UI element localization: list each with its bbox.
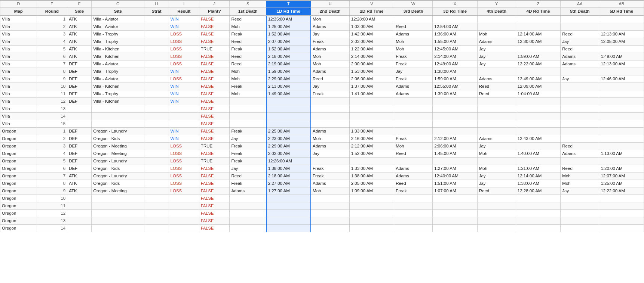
cell-r9-c9: Jay <box>311 83 349 90</box>
cell-r6-c6: FALSE <box>199 60 229 68</box>
cell-r2-c11: Adams <box>394 30 433 38</box>
cell-r7-c7: Moh <box>230 68 266 75</box>
table-row: Villa5ATKVilla - KitchenLOSSTRUEFreak1:5… <box>0 45 644 53</box>
cell-r28-c1: 14 <box>37 224 67 232</box>
cell-r19-c5: LOSS <box>169 157 199 165</box>
cell-r21-c0: Oregon <box>0 172 37 180</box>
cell-r5-c2: ATK <box>67 53 92 60</box>
cell-r4-c16 <box>599 45 644 53</box>
cell-r0-c12 <box>433 15 477 23</box>
cell-r23-c2: ATK <box>67 187 92 195</box>
cell-r24-c3 <box>92 195 144 202</box>
cell-r13-c15 <box>561 112 599 120</box>
cell-r28-c0: Oregon <box>0 224 37 232</box>
cell-r25-c9 <box>311 202 349 209</box>
cell-r16-c13: Adams <box>477 135 516 142</box>
cell-r11-c8 <box>266 97 311 105</box>
cell-r9-c2: DEF <box>67 83 92 90</box>
cell-r21-c2: ATK <box>67 172 92 180</box>
cell-r6-c9: Moh <box>311 60 349 68</box>
cell-r1-c2: ATK <box>67 23 92 30</box>
cell-r3-c12: 1:55:00 AM <box>433 38 477 45</box>
cell-r1-c9: Adams <box>311 23 349 30</box>
cell-r13-c2 <box>67 112 92 120</box>
col-letter-X: X <box>433 0 477 7</box>
cell-r22-c7: Freak <box>230 180 266 187</box>
col-letter-Y: Y <box>477 0 516 7</box>
cell-r18-c1: 4 <box>37 150 67 157</box>
cell-r2-c2: ATK <box>67 30 92 38</box>
cell-r14-c8 <box>266 120 311 127</box>
col-letter-W: W <box>394 0 433 7</box>
cell-r1-c3: Villa - Aviator <box>92 23 144 30</box>
cell-r22-c11: Reed <box>394 180 433 187</box>
cell-r24-c14 <box>516 195 560 202</box>
cell-r17-c4 <box>144 142 169 150</box>
cell-r17-c3: Oregon - Meeting <box>92 142 144 150</box>
cell-r25-c13 <box>477 202 516 209</box>
cell-r0-c2: ATK <box>67 15 92 23</box>
table-row: Villa10DEFVilla - KitchenWINFALSEFreak2:… <box>0 83 644 90</box>
cell-r17-c16 <box>599 142 644 150</box>
cell-r9-c1: 10 <box>37 83 67 90</box>
cell-r19-c4 <box>144 157 169 165</box>
cell-r12-c4 <box>144 105 169 112</box>
cell-r25-c8 <box>266 202 311 209</box>
cell-r26-c6: FALSE <box>199 209 229 217</box>
cell-r4-c9: Adams <box>311 45 349 53</box>
cell-r2-c10: 1:42:00 AM <box>349 30 394 38</box>
cell-r17-c13: Jay <box>477 142 516 150</box>
cell-r27-c15 <box>561 217 599 224</box>
cell-r8-c6: FALSE <box>199 75 229 83</box>
cell-r25-c7 <box>230 202 266 209</box>
cell-r26-c16 <box>599 209 644 217</box>
cell-r20-c16: 1:20:00 AM <box>599 165 644 172</box>
table-row: Villa9DEFVilla - AviatorLOSSFALSEMoh2:29… <box>0 75 644 83</box>
cell-r18-c8: 2:02:00 AM <box>266 150 311 157</box>
cell-r10-c16 <box>599 90 644 97</box>
cell-r7-c3: Villa - Trophy <box>92 68 144 75</box>
cell-r10-c3: Villa - Trophy <box>92 90 144 97</box>
cell-r18-c9: Jay <box>311 150 349 157</box>
cell-r9-c10: 1:37:00 AM <box>349 83 394 90</box>
cell-r18-c7: Freak <box>230 150 266 157</box>
cell-r24-c12 <box>433 195 477 202</box>
cell-r6-c0: Villa <box>0 60 37 68</box>
cell-r19-c8: 12:26:00 AM <box>266 157 311 165</box>
cell-r9-c6: FALSE <box>199 83 229 90</box>
cell-r11-c9 <box>311 97 349 105</box>
cell-r8-c16: 12:46:00 AM <box>599 75 644 83</box>
cell-r3-c13: Adams <box>477 38 516 45</box>
cell-r22-c12: 1:51:00 AM <box>433 180 477 187</box>
cell-r15-c15 <box>561 127 599 135</box>
cell-r25-c16 <box>599 202 644 209</box>
cell-r5-c6: FALSE <box>199 53 229 60</box>
cell-r10-c9: Freak <box>311 90 349 97</box>
cell-r27-c1: 13 <box>37 217 67 224</box>
cell-r5-c11: Freak <box>394 53 433 60</box>
cell-r11-c14 <box>516 97 560 105</box>
cell-r23-c13: Reed <box>477 187 516 195</box>
cell-r12-c12 <box>433 105 477 112</box>
cell-r19-c0: Oregon <box>0 157 37 165</box>
table-row: Oregon11FALSE <box>0 202 644 209</box>
cell-r3-c9: Freak <box>311 38 349 45</box>
cell-r18-c16: 1:13:00 AM <box>599 150 644 157</box>
cell-r9-c7: Freak <box>230 83 266 90</box>
cell-r14-c2 <box>67 120 92 127</box>
cell-r25-c6: FALSE <box>199 202 229 209</box>
cell-r19-c15 <box>561 157 599 165</box>
cell-r23-c16: 12:22:00 AM <box>599 187 644 195</box>
cell-r1-c14 <box>516 23 560 30</box>
spreadsheet: DEFGHIJSTUVWXYZAAAB MapRoundSideSiteStra… <box>0 0 644 232</box>
cell-r24-c0: Oregon <box>0 195 37 202</box>
cell-r8-c10: 2:06:00 AM <box>349 75 394 83</box>
cell-r9-c13: Reed <box>477 83 516 90</box>
table-row: Villa15FALSE <box>0 120 644 127</box>
cell-r12-c5 <box>169 105 199 112</box>
cell-r13-c8 <box>266 112 311 120</box>
cell-r3-c16: 12:05:00 AM <box>599 38 644 45</box>
cell-r26-c1: 12 <box>37 209 67 217</box>
cell-r19-c11 <box>394 157 433 165</box>
cell-r6-c16: 12:13:00 AM <box>599 60 644 68</box>
